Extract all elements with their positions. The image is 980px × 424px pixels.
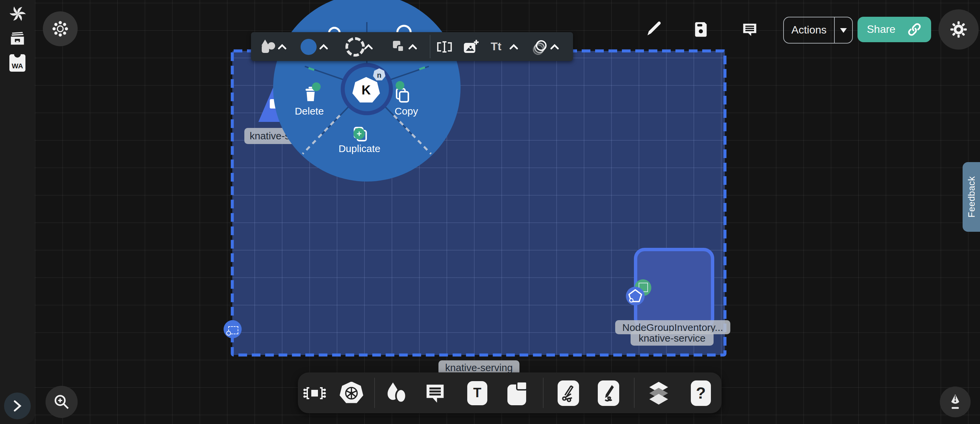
flower-burst-icon — [51, 20, 69, 38]
small-circle-icon — [226, 331, 231, 336]
pinwheel-logo-icon[interactable] — [9, 5, 27, 23]
layers-tool[interactable] — [649, 381, 669, 404]
toolbar-divider — [430, 35, 430, 58]
shapes-icon — [260, 38, 277, 54]
text-style-expander[interactable] — [509, 43, 518, 49]
canvas[interactable]: knative-s NodeGroupInventory... knative-… — [0, 0, 980, 424]
help-icon: ? — [691, 380, 711, 406]
left-sidebar: WA — [0, 0, 35, 424]
expand-sidebar-button[interactable] — [4, 392, 31, 419]
menu-item-copy[interactable]: Copy — [395, 105, 418, 116]
shapes-icon — [385, 381, 408, 405]
comments-button[interactable] — [740, 19, 760, 40]
chevron-up-icon — [550, 43, 559, 49]
stroke-style-button[interactable] — [345, 37, 365, 56]
wa-badge-icon[interactable]: WA — [10, 54, 25, 72]
connections-icon — [302, 381, 327, 405]
pen-nib-icon — [947, 393, 964, 411]
save-button[interactable] — [691, 19, 711, 40]
frame-handle — [516, 381, 528, 390]
share-label: Share — [867, 24, 895, 35]
fill-color-swatch — [301, 38, 317, 54]
toolbar-divider — [374, 378, 375, 408]
wa-badge-label: WA — [10, 62, 25, 70]
comment-tool[interactable] — [424, 381, 447, 404]
knative-pentagon-icon[interactable] — [626, 287, 644, 306]
actions-label: Actions — [784, 24, 834, 36]
pen-cut-tool[interactable] — [558, 380, 579, 406]
pencil-draw-icon — [598, 380, 619, 406]
opacity-expander[interactable] — [550, 43, 559, 49]
copy-status-dot — [396, 81, 404, 90]
pentagon-icon — [626, 287, 644, 306]
kubernetes-tool[interactable] — [339, 381, 363, 404]
link-icon — [907, 22, 922, 37]
kubernetes-icon — [339, 381, 363, 404]
pen-tool-button[interactable] — [940, 386, 970, 417]
resize-width-button[interactable] — [436, 39, 453, 54]
node-label: knative-service — [631, 331, 714, 346]
wa-badge-notch — [14, 52, 21, 57]
chevron-up-icon — [319, 43, 328, 49]
feedback-label: Feedback — [966, 176, 976, 217]
floppy-disk-icon — [692, 21, 710, 38]
radial-context-menu[interactable]: K n — [273, 0, 461, 182]
zoom-in-button[interactable] — [46, 386, 78, 418]
comment-icon — [424, 381, 447, 404]
frame-tool[interactable] — [508, 381, 528, 405]
pencil-icon — [645, 20, 663, 38]
help-tool[interactable]: ? — [691, 380, 711, 406]
dashed-circle-icon — [345, 37, 365, 56]
actions-button[interactable]: Actions — [783, 17, 853, 43]
chevron-up-icon — [364, 43, 373, 49]
chevron-up-icon — [278, 43, 286, 49]
menu-item-delete[interactable]: Delete — [295, 105, 324, 116]
text-style-button[interactable]: Tt — [491, 40, 501, 53]
overlap-squares-icon — [390, 38, 406, 54]
pen-scissors-icon — [558, 380, 579, 406]
delete-status-dot — [312, 82, 321, 91]
toolbar-divider — [634, 378, 635, 408]
menu-divider-dashed — [393, 115, 431, 155]
comment-icon — [741, 21, 759, 38]
settings-button[interactable] — [939, 10, 978, 49]
stroke-style-expander[interactable] — [364, 43, 373, 49]
opacity-circles-icon — [531, 38, 549, 55]
shapes-tool[interactable] — [385, 381, 408, 405]
copy-style-expander[interactable] — [408, 43, 417, 49]
quick-create-button[interactable] — [43, 11, 78, 46]
style-toolbar: Tt — [251, 32, 573, 61]
shape-style-expander[interactable] — [278, 43, 286, 49]
fill-color-expander[interactable] — [319, 43, 328, 49]
menu-center-hub: K n — [341, 63, 393, 115]
share-button[interactable]: Share — [858, 17, 931, 42]
feedback-tab[interactable]: Feedback — [963, 162, 980, 232]
menu-divider-dashed — [302, 115, 340, 155]
caret-down-icon — [840, 28, 847, 32]
opacity-button[interactable] — [531, 38, 549, 55]
resize-width-icon — [436, 39, 453, 54]
actions-dropdown[interactable] — [835, 28, 852, 32]
image-plus-icon — [462, 38, 479, 54]
shape-style-button[interactable] — [260, 38, 277, 54]
selection-tool-badge[interactable] — [224, 320, 242, 338]
tools-toolbar: T — [298, 372, 722, 413]
edit-button[interactable] — [644, 19, 664, 39]
scale-wrapper: knative-s NodeGroupInventory... knative-… — [0, 0, 980, 424]
chevron-up-icon — [408, 43, 417, 49]
draw-tool[interactable] — [598, 380, 619, 406]
chevron-right-icon — [13, 400, 22, 412]
toolbar-divider — [543, 378, 544, 408]
image-fill-button[interactable] — [462, 38, 479, 54]
zoom-in-icon — [53, 393, 70, 411]
chevron-up-icon — [509, 43, 518, 49]
duplicate-plus-dot: + — [353, 128, 365, 139]
fill-color-button[interactable] — [301, 38, 317, 54]
archive-icon[interactable] — [9, 30, 26, 48]
text-tool[interactable]: T — [467, 381, 487, 405]
connections-tool[interactable] — [302, 381, 327, 405]
copy-style-button[interactable] — [390, 38, 406, 54]
menu-item-duplicate[interactable]: Duplicate — [338, 143, 380, 154]
text-tool-icon: T — [467, 381, 487, 405]
layers-icon — [649, 381, 669, 404]
